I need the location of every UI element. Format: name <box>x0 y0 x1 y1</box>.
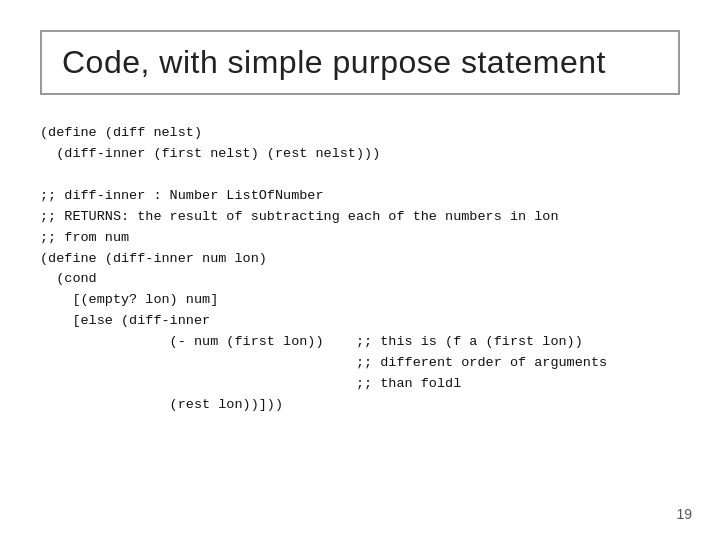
slide-number: 19 <box>676 506 692 522</box>
slide: Code, with simple purpose statement (def… <box>0 0 720 540</box>
slide-title: Code, with simple purpose statement <box>62 44 606 80</box>
code-block: (define (diff nelst) (diff-inner (first … <box>40 123 680 416</box>
code-line-1: (define (diff nelst) (diff-inner (first … <box>40 125 607 412</box>
title-box: Code, with simple purpose statement <box>40 30 680 95</box>
